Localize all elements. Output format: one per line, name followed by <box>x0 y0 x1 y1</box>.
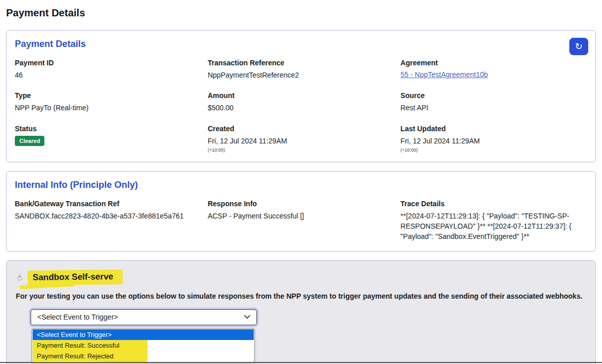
field-value: **[2024-07-12T11:29:13]: { "Payload": "T… <box>400 211 587 242</box>
sandbox-description: For your testing you can use the options… <box>16 292 587 300</box>
sandbox-heading: Sandbox Self-serve <box>28 270 123 285</box>
field-status: Status Cleared <box>15 125 202 153</box>
field-value: ACSP - Payment Successful [] <box>208 211 395 221</box>
internal-info-card: Internal Info (Principle Only) Bank/Gate… <box>6 171 596 252</box>
sandbox-card: ☝ Sandbox Self-serve For your testing yo… <box>6 260 596 364</box>
field-label: Trace Details <box>400 200 587 208</box>
page-title: Payment Details <box>6 7 596 19</box>
bottom-divider <box>0 362 602 363</box>
field-label: Agreement <box>400 59 587 67</box>
field-value: 46 <box>15 70 202 80</box>
option-payment-result-successful[interactable]: Payment Result: Successful <box>33 340 254 351</box>
field-payment-id: Payment ID 46 <box>15 59 202 80</box>
payment-card-heading: Payment Details <box>15 39 587 50</box>
chevron-down-icon <box>244 315 250 319</box>
field-source: Source Rest API <box>400 91 587 113</box>
field-label: Payment ID <box>15 59 202 67</box>
field-label: Response Info <box>208 200 395 208</box>
field-trace-details: Trace Details **[2024-07-12T11:29:13]: {… <box>400 200 587 242</box>
field-bank-gateway-ref: Bank/Gateway Transaction Ref SANDBOX.fac… <box>15 200 202 242</box>
field-label: Type <box>15 91 202 100</box>
event-options-list: <Select Event to Trigger> Payment Result… <box>32 328 255 362</box>
timezone-note: (+10:00) <box>400 148 587 153</box>
page-container: Payment Details ↻ Payment Details Paymen… <box>0 0 602 364</box>
event-select[interactable]: <Select Event to Trigger> <box>31 309 257 325</box>
field-label: Transaction Reference <box>208 59 395 67</box>
field-value: Fri, 12 Jul 2024 11:29AM <box>400 136 587 146</box>
field-label: Source <box>400 91 587 100</box>
refresh-icon: ↻ <box>575 42 583 51</box>
field-agreement: Agreement 55 - NppTestAgreement10b <box>400 59 587 80</box>
field-label: Amount <box>208 91 395 100</box>
field-created: Created Fri, 12 Jul 2024 11:29AM (+10:00… <box>208 125 395 153</box>
field-label: Status <box>15 125 202 133</box>
option-select-event-to-trigger[interactable]: <Select Event to Trigger> <box>33 329 254 340</box>
payment-fields-grid: Payment ID 46 Transaction Reference NppP… <box>15 59 587 153</box>
field-value: SANDBOX.facc2823-4820-4b3e-a537-3fe881e5… <box>15 211 202 221</box>
status-badge: Cleared <box>15 136 44 146</box>
field-value: Fri, 12 Jul 2024 11:29AM <box>208 136 395 146</box>
field-label: Last Updated <box>400 125 587 133</box>
event-select-value: <Select Event to Trigger> <box>37 313 118 321</box>
field-value: NPP PayTo (Real-time) <box>15 103 202 113</box>
sandbox-heading-row: ☝ Sandbox Self-serve <box>17 270 587 285</box>
timezone-note: (+10:00) <box>208 148 395 153</box>
field-label: Bank/Gateway Transaction Ref <box>15 200 202 208</box>
field-value: $500.00 <box>208 103 395 113</box>
refresh-button[interactable]: ↻ <box>569 38 588 55</box>
agreement-link[interactable]: 55 - NppTestAgreement10b <box>400 70 488 79</box>
payment-details-card: ↻ Payment Details Payment ID 46 Transact… <box>6 30 596 162</box>
field-value: NppPaymentTestReference2 <box>208 70 395 80</box>
field-transaction-reference: Transaction Reference NppPaymentTestRefe… <box>208 59 395 80</box>
internal-fields-grid: Bank/Gateway Transaction Ref SANDBOX.fac… <box>15 200 587 242</box>
internal-card-heading: Internal Info (Principle Only) <box>15 180 587 190</box>
option-payment-result-rejected[interactable]: Payment Result: Rejected <box>33 351 254 361</box>
hand-pointer-icon: ☝ <box>15 272 24 283</box>
field-value: Rest API <box>400 103 587 113</box>
field-label: Created <box>208 125 395 133</box>
field-response-info: Response Info ACSP - Payment Successful … <box>208 200 395 242</box>
field-amount: Amount $500.00 <box>208 91 395 113</box>
field-last-updated: Last Updated Fri, 12 Jul 2024 11:29AM (+… <box>400 125 587 153</box>
field-type: Type NPP PayTo (Real-time) <box>15 91 202 113</box>
event-select-area: <Select Event to Trigger> <Select Event … <box>31 309 587 362</box>
